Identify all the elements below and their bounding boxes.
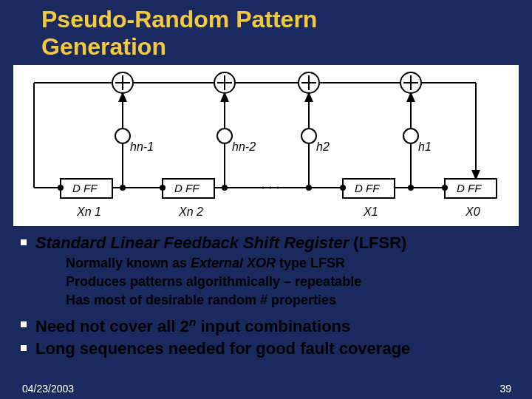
- tap-label-1: hn-2: [232, 140, 256, 153]
- tap-label-3: h1: [418, 140, 432, 153]
- bullet-2-text: Need not cover all 2n input combinations: [35, 316, 350, 336]
- svg-point-36: [58, 185, 63, 190]
- sub1-prefix: Normally known as: [66, 256, 191, 270]
- bullet-square-small-icon: [52, 261, 58, 267]
- bullet-1-italic: Standard Linear Feedback Shift Register: [35, 233, 349, 252]
- out-label-3: X0: [465, 205, 480, 218]
- bullet-3-text: Long sequences needed for good fault cov…: [35, 339, 410, 358]
- bullet-square-icon: [19, 344, 28, 352]
- b2-suffix: input combinations: [196, 317, 350, 335]
- sub-bullet-3: Has most of desirable random # propertie…: [15, 293, 514, 308]
- svg-point-27: [307, 185, 311, 190]
- bullet-square-icon: [19, 320, 28, 329]
- svg-point-25: [301, 129, 316, 143]
- svg-point-29: [403, 129, 418, 143]
- ff-label-2: D FF: [355, 182, 380, 194]
- sub1-italic: External XOR: [191, 256, 276, 270]
- svg-point-23: [222, 185, 227, 190]
- out-label-2: X1: [363, 205, 378, 218]
- sub1-suffix: type LFSR: [276, 256, 345, 270]
- slide-title: Pseudo-Random Pattern Generation: [0, 0, 532, 61]
- bullet-content: Standard Linear Feedback Shift Register …: [0, 233, 532, 358]
- svg-point-39: [443, 185, 447, 190]
- lfsr-diagram: hn-1 hn-2 h2 h1 D FF D FF D FF D FF Xn 1…: [13, 65, 519, 226]
- bullet-square-icon: [19, 238, 28, 247]
- bullet-1: Standard Linear Feedback Shift Register …: [15, 233, 514, 253]
- sub-bullet-2-text: Produces patterns algorithmically – repe…: [66, 274, 361, 290]
- bullet-1-suffix: (LFSR): [349, 233, 406, 252]
- lfsr-svg: hn-1 hn-2 h2 h1 D FF D FF D FF D FF Xn 1…: [19, 69, 513, 222]
- out-label-1: Xn 2: [178, 205, 203, 218]
- svg-point-19: [120, 185, 125, 190]
- footer-date: 04/23/2003: [22, 383, 74, 395]
- bullet-1-text: Standard Linear Feedback Shift Register …: [35, 233, 406, 253]
- svg-point-40: [262, 186, 265, 188]
- svg-point-42: [277, 186, 279, 188]
- b2-prefix: Need not cover all: [35, 317, 180, 335]
- sub-bullet-1: Normally known as External XOR type LFSR: [15, 256, 514, 271]
- svg-point-17: [115, 129, 130, 143]
- footer-page: 39: [499, 383, 511, 395]
- ff-label-0: D FF: [72, 182, 98, 194]
- bullet-3: Long sequences needed for good fault cov…: [15, 339, 514, 358]
- bullet-square-small-icon: [52, 298, 58, 304]
- svg-point-31: [409, 185, 413, 190]
- svg-point-41: [270, 186, 272, 188]
- ff-label-3: D FF: [457, 182, 482, 194]
- title-line-2: Generation: [41, 33, 166, 60]
- svg-point-38: [341, 185, 345, 190]
- b2-exp: n: [189, 316, 196, 328]
- ff-label-1: D FF: [174, 182, 200, 194]
- sub-bullet-3-text: Has most of desirable random # propertie…: [66, 293, 336, 308]
- footer: 04/23/2003 39: [22, 383, 511, 395]
- b2-two: 2: [180, 317, 189, 335]
- tap-label-0: hn-1: [130, 140, 154, 153]
- bullet-square-small-icon: [52, 279, 58, 286]
- out-label-0: Xn 1: [76, 205, 101, 218]
- bullet-2: Need not cover all 2n input combinations: [15, 316, 514, 336]
- tap-label-2: h2: [316, 140, 330, 153]
- title-line-1: Pseudo-Random Pattern: [41, 6, 317, 33]
- svg-point-21: [217, 129, 232, 143]
- sub-bullet-2: Produces patterns algorithmically – repe…: [15, 274, 514, 290]
- sub-bullet-1-text: Normally known as External XOR type LFSR: [66, 256, 345, 271]
- svg-point-37: [160, 185, 165, 190]
